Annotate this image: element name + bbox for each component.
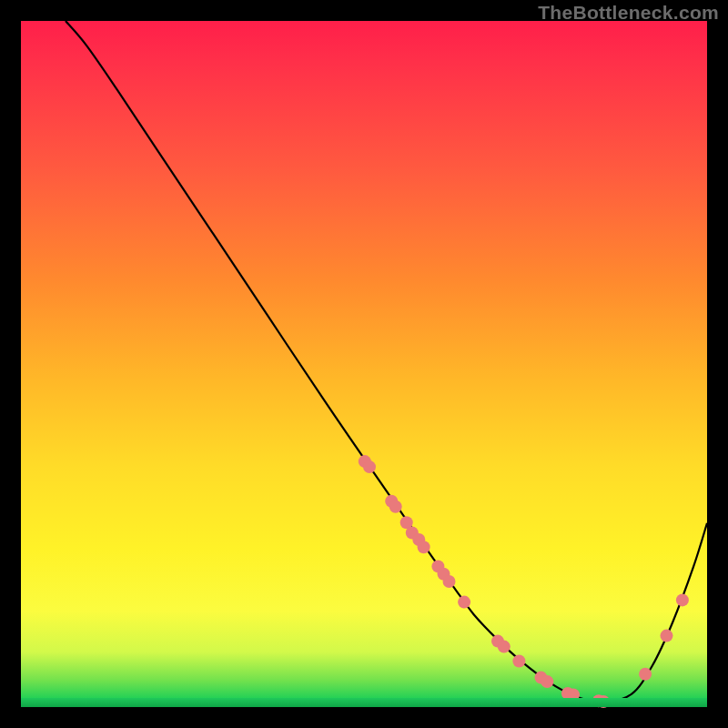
scatter-dot (498, 641, 511, 653)
scatter-dot (597, 695, 610, 708)
scatter-dot (676, 593, 689, 606)
scatter-dot (443, 575, 456, 588)
chart-plot-area (21, 21, 707, 707)
scatter-dot (639, 668, 652, 681)
scatter-dot (567, 688, 580, 701)
scatter-dot (541, 675, 553, 688)
scatter-dot (512, 655, 525, 668)
chart-svg (21, 21, 707, 707)
chart-stage: TheBottleneck.com (0, 0, 728, 728)
scatter-dot (418, 541, 430, 553)
scatter-dot (389, 500, 402, 513)
bottleneck-curve-path (66, 21, 707, 703)
watermark-text: TheBottleneck.com (538, 2, 719, 24)
scatter-dot (363, 460, 376, 473)
scatter-group (359, 455, 689, 708)
scatter-dot (458, 596, 470, 609)
scatter-dot (661, 630, 673, 642)
